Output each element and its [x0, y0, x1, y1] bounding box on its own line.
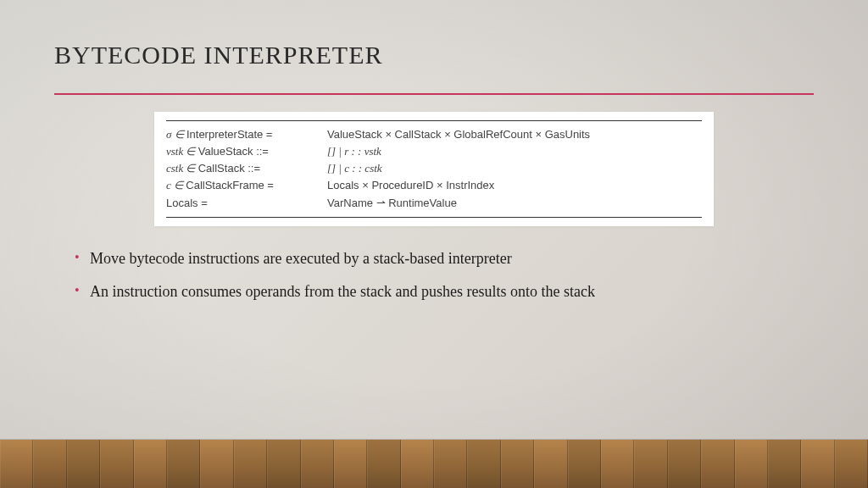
floor-plank [100, 440, 133, 488]
floor-plank [434, 440, 467, 488]
slide-content: BYTECODE INTERPRETER σ ∈ InterpreterStat… [0, 0, 868, 488]
definition-row: Locals = VarName ⇀ RuntimeValue [166, 195, 702, 212]
slide-title: BYTECODE INTERPRETER [54, 41, 814, 69]
floor-plank [601, 440, 634, 488]
title-underline [54, 93, 814, 95]
floor-plank [234, 440, 267, 488]
def-rhs: Locals × ProcedureID × InstrIndex [327, 177, 702, 194]
bullet-item: Move bytecode instructions are executed … [75, 250, 814, 268]
floor-plank [835, 440, 868, 488]
definition-row: vstk ∈ ValueStack ::= [] | r : : vstk [166, 143, 702, 160]
definition-row: cstk ∈ CallStack ::= [] | c : : cstk [166, 160, 702, 177]
def-rhs: VarName ⇀ RuntimeValue [327, 195, 702, 212]
def-lhs: Locals = [166, 195, 327, 212]
floor-plank [267, 440, 300, 488]
floor-plank [568, 440, 601, 488]
definitions-box: σ ∈ InterpreterState = ValueStack × Call… [154, 112, 714, 226]
floor-plank [534, 440, 567, 488]
def-rhs: [] | c : : cstk [327, 160, 702, 177]
bullet-item: An instruction consumes operands from th… [75, 283, 814, 301]
def-rhs: ValueStack × CallStack × GlobalRefCount … [327, 126, 702, 143]
floor-plank [801, 440, 834, 488]
def-lhs: vstk ∈ ValueStack ::= [166, 143, 327, 160]
definition-row: c ∈ CallStackFrame = Locals × ProcedureI… [166, 177, 702, 194]
floor-plank [668, 440, 701, 488]
floor-plank [134, 440, 167, 488]
floor-plank [33, 440, 66, 488]
bullet-list: Move bytecode instructions are executed … [54, 250, 814, 301]
def-lhs: σ ∈ InterpreterState = [166, 126, 327, 143]
floor-plank [367, 440, 400, 488]
def-rhs: [] | r : : vstk [327, 143, 702, 160]
def-lhs: cstk ∈ CallStack ::= [166, 160, 327, 177]
floor-plank [200, 440, 233, 488]
definition-row: σ ∈ InterpreterState = ValueStack × Call… [166, 126, 702, 143]
floor-plank [334, 440, 367, 488]
floor-plank [467, 440, 500, 488]
floor-plank [701, 440, 734, 488]
floor-plank [67, 440, 100, 488]
floor-plank [735, 440, 768, 488]
def-lhs: c ∈ CallStackFrame = [166, 177, 327, 194]
definitions-inner: σ ∈ InterpreterState = ValueStack × Call… [166, 120, 702, 218]
floor-plank [768, 440, 801, 488]
floor-plank [401, 440, 434, 488]
floor-plank [0, 440, 33, 488]
wood-floor [0, 439, 868, 488]
floor-plank [301, 440, 334, 488]
floor-plank [634, 440, 667, 488]
floor-plank [501, 440, 534, 488]
floor-plank [167, 440, 200, 488]
